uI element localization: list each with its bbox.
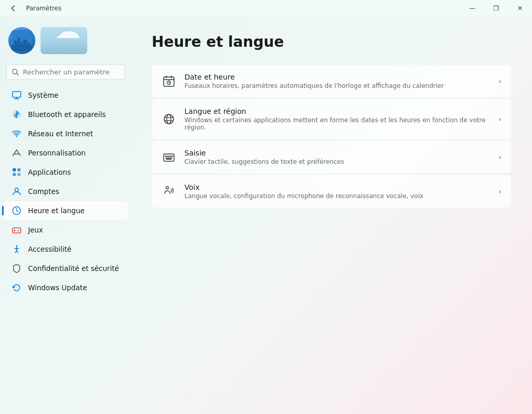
- time-icon: [11, 205, 22, 216]
- settings-item-typing[interactable]: Saisie Clavier tactile, suggestions de t…: [152, 141, 511, 173]
- typing-icon: [162, 150, 176, 164]
- svg-rect-23: [18, 173, 21, 176]
- svg-point-56: [166, 187, 169, 189]
- sidebar-profile: [0, 23, 131, 62]
- svg-point-42: [167, 114, 171, 124]
- language-chevron: ›: [498, 115, 501, 123]
- avatar-image: [8, 27, 35, 54]
- titlebar-left: Paramètres: [6, 1, 61, 16]
- date-time-title: Date et heure: [184, 73, 490, 81]
- typing-title: Saisie: [184, 149, 490, 157]
- typing-chevron: ›: [498, 153, 501, 161]
- system-icon: [11, 90, 22, 100]
- sidebar-item-update[interactable]: Windows Update: [3, 278, 128, 297]
- voice-desc: Langue vocale, configuration du micropho…: [184, 192, 490, 200]
- language-icon: [162, 112, 176, 126]
- typing-text: Saisie Clavier tactile, suggestions de t…: [184, 149, 490, 165]
- maximize-button[interactable]: ❐: [484, 0, 508, 17]
- sidebar-item-time[interactable]: Heure et langue: [3, 201, 128, 220]
- svg-rect-7: [41, 27, 87, 54]
- voice-icon: [162, 184, 176, 199]
- sidebar-item-accounts[interactable]: Comptes: [3, 182, 128, 201]
- avatar[interactable]: [8, 27, 35, 54]
- svg-point-18: [16, 136, 17, 137]
- svg-point-10: [70, 37, 82, 46]
- sidebar-item-accessibility-label: Accessibilité: [28, 245, 71, 253]
- personalization-icon: [11, 148, 22, 158]
- svg-rect-21: [18, 169, 21, 172]
- settings-item-language[interactable]: Langue et région Windows et certaines ap…: [152, 99, 511, 139]
- svg-point-8: [59, 31, 79, 46]
- privacy-icon: [11, 263, 22, 274]
- svg-point-41: [164, 114, 174, 124]
- sidebar-item-apps[interactable]: Applications: [3, 163, 128, 182]
- svg-point-9: [55, 35, 70, 46]
- sidebar-nav: Système Bluetooth et appareils: [0, 86, 131, 297]
- sidebar-item-privacy-label: Confidentialité et sécurité: [28, 264, 119, 273]
- search-icon: [12, 69, 19, 75]
- sidebar-item-personalization[interactable]: Personnalisation: [3, 144, 128, 162]
- typing-desc: Clavier tactile, suggestions de texte et…: [184, 158, 490, 165]
- minimize-button[interactable]: —: [460, 0, 484, 17]
- titlebar: Paramètres — ❐ ✕: [0, 0, 532, 17]
- titlebar-controls: — ❐ ✕: [460, 0, 532, 17]
- close-button[interactable]: ✕: [508, 0, 532, 17]
- search-input[interactable]: [23, 68, 119, 76]
- language-desc: Windows et certaines applications metten…: [184, 117, 490, 131]
- language-text: Langue et région Windows et certaines ap…: [184, 107, 490, 131]
- sidebar-item-games-label: Jeux: [28, 226, 43, 234]
- sidebar-item-accessibility[interactable]: Accessibilité: [3, 240, 128, 258]
- sidebar-item-apps-label: Applications: [28, 168, 71, 176]
- date-time-icon: [162, 74, 176, 88]
- settings-item-voice[interactable]: Voix Langue vocale, configuration du mic…: [152, 175, 511, 208]
- games-icon: [11, 225, 22, 235]
- profile-cloud: [41, 27, 87, 54]
- sidebar-item-games[interactable]: Jeux: [3, 221, 128, 239]
- accessibility-icon: [11, 244, 22, 254]
- sidebar-item-personalization-label: Personnalisation: [28, 149, 86, 157]
- sidebar-item-time-label: Heure et langue: [28, 206, 85, 215]
- svg-rect-45: [164, 154, 174, 161]
- date-time-chevron: ›: [498, 77, 501, 85]
- svg-point-24: [15, 188, 19, 192]
- date-time-text: Date et heure Fuseaux horaires, paramètr…: [184, 73, 490, 89]
- update-icon: [11, 282, 22, 293]
- sidebar-item-network-label: Réseau et Internet: [28, 130, 93, 138]
- app-container: Système Bluetooth et appareils: [0, 17, 532, 414]
- settings-list: Date et heure Fuseaux horaires, paramètr…: [152, 65, 511, 208]
- bluetooth-icon: [11, 109, 22, 120]
- voice-text: Voix Langue vocale, configuration du mic…: [184, 183, 490, 200]
- language-title: Langue et région: [184, 107, 490, 115]
- network-icon: [11, 128, 22, 139]
- svg-rect-11: [55, 42, 82, 50]
- sidebar: Système Bluetooth et appareils: [0, 17, 131, 414]
- page-title: Heure et langue: [152, 33, 511, 50]
- svg-rect-20: [13, 169, 16, 172]
- voice-chevron: ›: [498, 187, 501, 196]
- voice-title: Voix: [184, 183, 490, 191]
- sidebar-item-bluetooth[interactable]: Bluetooth et appareils: [3, 105, 128, 124]
- svg-rect-14: [12, 92, 21, 97]
- sidebar-item-system[interactable]: Système: [3, 86, 128, 105]
- apps-icon: [11, 167, 22, 177]
- settings-item-date-time[interactable]: Date et heure Fuseaux horaires, paramètr…: [152, 65, 511, 97]
- sidebar-item-update-label: Windows Update: [28, 283, 87, 292]
- svg-line-13: [17, 73, 19, 75]
- svg-point-31: [16, 245, 18, 247]
- svg-rect-6: [11, 45, 32, 51]
- sidebar-item-bluetooth-label: Bluetooth et appareils: [28, 110, 106, 119]
- search-box[interactable]: [6, 64, 125, 80]
- back-button[interactable]: [6, 1, 21, 16]
- svg-point-30: [17, 230, 18, 231]
- sidebar-item-privacy[interactable]: Confidentialité et sécurité: [3, 259, 128, 278]
- date-time-desc: Fuseaux horaires, paramètres automatique…: [184, 82, 490, 89]
- titlebar-title: Paramètres: [26, 5, 61, 12]
- svg-rect-22: [13, 173, 16, 176]
- sidebar-item-system-label: Système: [28, 91, 59, 99]
- main-content: Heure et langue Date et heure Fu: [131, 17, 532, 414]
- svg-point-29: [18, 230, 19, 231]
- sidebar-item-network[interactable]: Réseau et Internet: [3, 124, 128, 143]
- accounts-icon: [11, 186, 22, 197]
- svg-line-35: [17, 250, 18, 253]
- sidebar-item-accounts-label: Comptes: [28, 187, 59, 196]
